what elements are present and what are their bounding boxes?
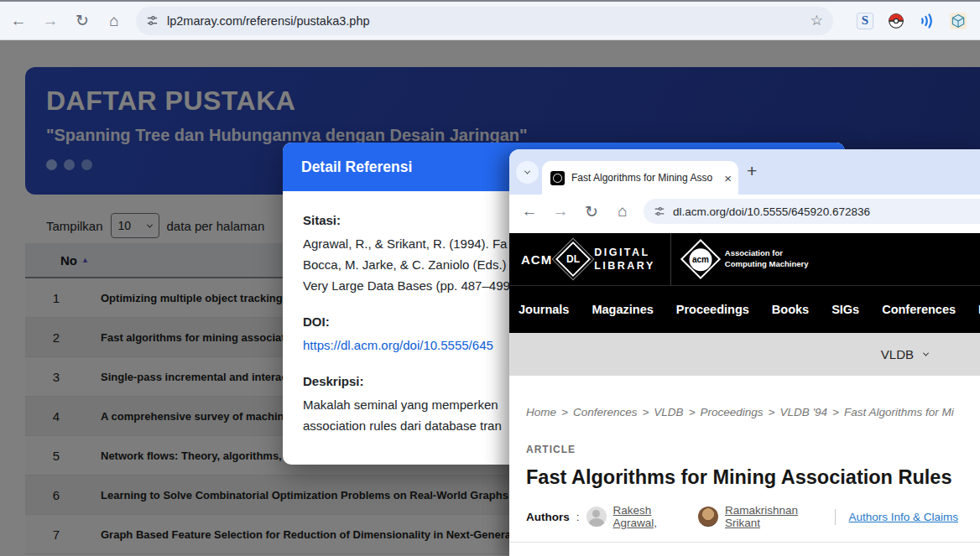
bookmark-star-icon[interactable]: ☆ <box>811 12 823 29</box>
nav-item-proceedings[interactable]: Proceedings <box>676 303 749 316</box>
authors-colon: : <box>576 511 580 523</box>
nav-item-journals[interactable]: Journals <box>519 303 569 316</box>
crumb-home[interactable]: Home <box>526 406 556 418</box>
screen: ← → ↻ ⌂ lp2maray.com/referensi/pustaka3.… <box>0 0 980 556</box>
section-divider <box>509 542 980 543</box>
new-tab-icon[interactable]: + <box>747 162 757 179</box>
acm-page: ACM DL DIGITAL LIBRARY acm Association f… <box>509 228 980 543</box>
association-line1: Association for <box>725 248 783 257</box>
nav-item-magazines[interactable]: Magazines <box>592 303 653 316</box>
tab-acm-article[interactable]: Fast Algorithms for Mining Asso × <box>542 161 738 195</box>
acm-dl-logo[interactable]: ACM DL DIGITAL LIBRARY <box>521 246 655 273</box>
association-line2: Computing Machinery <box>725 259 809 268</box>
breadcrumb-separator: > <box>561 406 568 418</box>
acm-browser-window: Fast Algorithms for Mining Asso × + ← → … <box>509 149 980 556</box>
nav-item-conferences[interactable]: Conferences <box>882 303 956 316</box>
nav-item-sigs[interactable]: SIGs <box>831 303 859 316</box>
authors-divider <box>835 509 836 525</box>
cube-extension-icon[interactable] <box>950 13 967 29</box>
library-text: LIBRARY <box>594 260 655 272</box>
authors-info-claims-link[interactable]: Authors Info & Claims <box>848 511 958 523</box>
venue-bar: VLDB <box>509 333 980 376</box>
author2-avatar[interactable] <box>698 507 718 527</box>
author2-link[interactable]: Ramakrishnan Srikant <box>725 504 828 529</box>
breadcrumb-separator: > <box>642 406 649 418</box>
browser2-tabstrip: Fast Algorithms for Mining Asso × + <box>509 149 980 195</box>
modal-title: Detail Referensi <box>301 158 412 176</box>
sound-waves-extension-icon[interactable] <box>919 13 936 29</box>
acm-logo-text: ACM <box>521 252 552 267</box>
back-icon[interactable]: ← <box>519 202 540 221</box>
home-icon[interactable]: ⌂ <box>104 12 124 30</box>
url-text[interactable]: lp2maray.com/referensi/pustaka3.php <box>167 14 370 28</box>
site-info-icon[interactable] <box>654 205 665 217</box>
acm-dl-favicon <box>550 171 565 185</box>
chevron-down-icon[interactable] <box>923 351 929 356</box>
acm-association-logo[interactable]: acm Association for Computing Machinery <box>686 245 809 273</box>
association-text: Association for Computing Machinery <box>725 248 809 270</box>
article-title: Fast Algorithms for Mining Association R… <box>526 466 980 489</box>
tab-search-button[interactable] <box>516 161 539 184</box>
header-divider <box>670 233 671 285</box>
browser2-toolbar: ← → ↻ ⌂ dl.acm.org/doi/10.5555/645920.67… <box>509 195 980 228</box>
reload-icon[interactable]: ↻ <box>72 11 92 30</box>
breadcrumb-separator: > <box>832 406 839 418</box>
article-type-label: ARTICLE <box>526 444 980 455</box>
reload-icon[interactable]: ↻ <box>581 202 602 221</box>
extension-s-icon[interactable]: S <box>857 13 873 29</box>
crumb-vldb[interactable]: VLDB <box>654 406 683 418</box>
author1-link[interactable]: Rakesh Agrawal, <box>613 504 691 529</box>
acm-nav: Journals Magazines Proceedings Books SIG… <box>509 285 980 333</box>
back-icon[interactable]: ← <box>8 12 29 30</box>
acm-diamond-icon: acm <box>680 239 721 279</box>
acm-circle-text: acm <box>689 248 712 271</box>
digital-text: DIGITAL <box>594 247 650 258</box>
crumb-conferences[interactable]: Conferences <box>573 406 638 418</box>
extensions-area: S <box>857 13 967 29</box>
address-bar[interactable]: lp2maray.com/referensi/pustaka3.php ☆ <box>136 7 833 35</box>
breadcrumb: Home>Conferences>VLDB>Proceedings>VLDB '… <box>526 406 980 418</box>
crumb-current: Fast Algorithms for Mi <box>844 406 954 418</box>
forward-icon[interactable]: → <box>550 202 571 221</box>
site-info-icon[interactable] <box>146 14 159 27</box>
forward-icon[interactable]: → <box>40 12 60 30</box>
url-text[interactable]: dl.acm.org/doi/10.5555/645920.672836 <box>673 205 870 218</box>
home-icon[interactable]: ⌂ <box>612 202 633 221</box>
tab-title: Fast Algorithms for Mining Asso <box>571 172 717 184</box>
breadcrumb-separator: > <box>689 406 696 418</box>
breadcrumb-separator: > <box>769 406 775 418</box>
browser1-toolbar: ← → ↻ ⌂ lp2maray.com/referensi/pustaka3.… <box>0 0 980 40</box>
pokeball-extension-icon[interactable] <box>888 13 904 29</box>
nav-item-books[interactable]: Books <box>772 303 809 316</box>
authors-row: Authors: Rakesh Agrawal, Ramakrishnan Sr… <box>526 504 963 529</box>
digital-library-text: DIGITAL LIBRARY <box>594 246 655 273</box>
author1-avatar[interactable] <box>586 507 607 527</box>
acm-header: ACM DL DIGITAL LIBRARY acm Association f… <box>509 233 980 285</box>
chevron-down-icon <box>524 169 530 174</box>
venue-label[interactable]: VLDB <box>881 347 914 361</box>
authors-label: Authors <box>526 511 570 523</box>
close-tab-icon[interactable]: × <box>724 171 732 185</box>
dl-diamond-icon: DL <box>555 242 591 277</box>
crumb-vldb94[interactable]: VLDB '94 <box>779 406 827 418</box>
address-bar[interactable]: dl.acm.org/doi/10.5555/645920.672836 <box>644 199 980 224</box>
crumb-proceedings[interactable]: Proceedings <box>701 406 764 418</box>
